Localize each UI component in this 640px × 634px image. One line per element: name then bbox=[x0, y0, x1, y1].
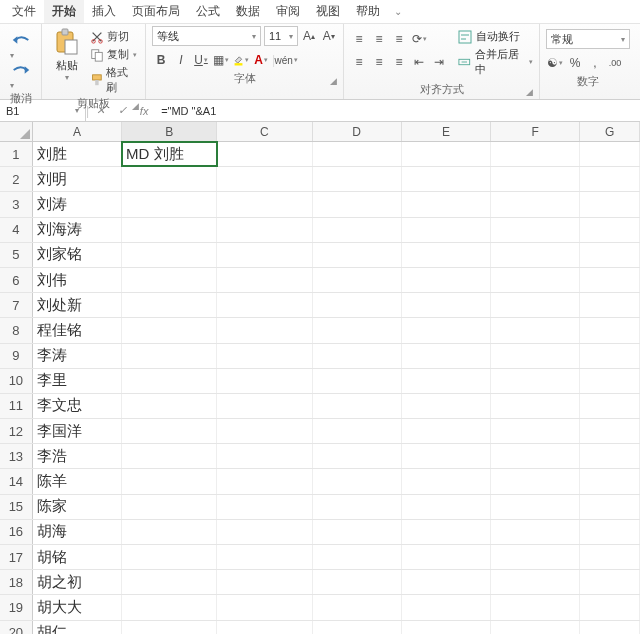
cell-G11[interactable] bbox=[580, 394, 640, 418]
cell-B4[interactable] bbox=[122, 218, 217, 242]
cell-G13[interactable] bbox=[580, 444, 640, 468]
row-header[interactable]: 11 bbox=[0, 394, 33, 418]
cell-A19[interactable]: 胡大大 bbox=[33, 595, 122, 619]
cell-F12[interactable] bbox=[491, 419, 580, 443]
row-header[interactable]: 3 bbox=[0, 192, 33, 216]
cell-F9[interactable] bbox=[491, 344, 580, 368]
cell-D3[interactable] bbox=[313, 192, 402, 216]
cell-E19[interactable] bbox=[402, 595, 491, 619]
cell-F16[interactable] bbox=[491, 520, 580, 544]
cell-B2[interactable] bbox=[122, 167, 217, 191]
cell-C14[interactable] bbox=[217, 469, 312, 493]
align-middle-button[interactable]: ≡ bbox=[370, 29, 388, 49]
row-header[interactable]: 1 bbox=[0, 142, 33, 166]
undo-button[interactable]: ▾ bbox=[10, 32, 32, 60]
col-header-F[interactable]: F bbox=[491, 122, 580, 141]
cell-G4[interactable] bbox=[580, 218, 640, 242]
cell-E13[interactable] bbox=[402, 444, 491, 468]
cell-A2[interactable]: 刘明 bbox=[33, 167, 122, 191]
cell-A14[interactable]: 陈羊 bbox=[33, 469, 122, 493]
cell-D4[interactable] bbox=[313, 218, 402, 242]
fill-color-button[interactable]: ▾ bbox=[232, 50, 250, 70]
cell-E4[interactable] bbox=[402, 218, 491, 242]
increase-decimal-button[interactable]: .00 bbox=[606, 53, 624, 73]
col-header-G[interactable]: G bbox=[580, 122, 640, 141]
cell-D2[interactable] bbox=[313, 167, 402, 191]
cell-B19[interactable] bbox=[122, 595, 217, 619]
cell-D12[interactable] bbox=[313, 419, 402, 443]
format-painter-button[interactable]: 格式刷 bbox=[90, 65, 139, 95]
cell-B1[interactable]: MD 刘胜 bbox=[122, 142, 217, 166]
align-right-button[interactable]: ≡ bbox=[390, 52, 408, 72]
cell-D16[interactable] bbox=[313, 520, 402, 544]
cell-F1[interactable] bbox=[491, 142, 580, 166]
row-header[interactable]: 20 bbox=[0, 621, 33, 634]
cell-G12[interactable] bbox=[580, 419, 640, 443]
menu-more-icon[interactable]: ⌄ bbox=[394, 6, 402, 17]
cell-A1[interactable]: 刘胜 bbox=[33, 142, 122, 166]
cell-D8[interactable] bbox=[313, 318, 402, 342]
border-button[interactable]: ▦▾ bbox=[212, 50, 230, 70]
cell-C1[interactable] bbox=[217, 142, 312, 166]
row-header[interactable]: 6 bbox=[0, 268, 33, 292]
cell-C16[interactable] bbox=[217, 520, 312, 544]
row-header[interactable]: 17 bbox=[0, 545, 33, 569]
cell-G3[interactable] bbox=[580, 192, 640, 216]
cell-E6[interactable] bbox=[402, 268, 491, 292]
cell-E8[interactable] bbox=[402, 318, 491, 342]
cell-C15[interactable] bbox=[217, 495, 312, 519]
row-header[interactable]: 15 bbox=[0, 495, 33, 519]
cell-B18[interactable] bbox=[122, 570, 217, 594]
cell-G6[interactable] bbox=[580, 268, 640, 292]
cut-button[interactable]: 剪切 bbox=[90, 29, 139, 44]
cell-A9[interactable]: 李涛 bbox=[33, 344, 122, 368]
cell-B17[interactable] bbox=[122, 545, 217, 569]
row-header[interactable]: 8 bbox=[0, 318, 33, 342]
wrap-text-button[interactable]: 自动换行 bbox=[458, 29, 533, 44]
cell-A6[interactable]: 刘伟 bbox=[33, 268, 122, 292]
cell-E20[interactable] bbox=[402, 621, 491, 634]
cell-E5[interactable] bbox=[402, 243, 491, 267]
bold-button[interactable]: B bbox=[152, 50, 170, 70]
cell-A10[interactable]: 李里 bbox=[33, 369, 122, 393]
cell-G1[interactable] bbox=[580, 142, 640, 166]
cell-B20[interactable] bbox=[122, 621, 217, 634]
cell-B12[interactable] bbox=[122, 419, 217, 443]
cell-G16[interactable] bbox=[580, 520, 640, 544]
cell-E17[interactable] bbox=[402, 545, 491, 569]
cell-D19[interactable] bbox=[313, 595, 402, 619]
cell-C6[interactable] bbox=[217, 268, 312, 292]
italic-button[interactable]: I bbox=[172, 50, 190, 70]
decrease-font-button[interactable]: A▾ bbox=[320, 26, 337, 46]
cell-D6[interactable] bbox=[313, 268, 402, 292]
cell-F5[interactable] bbox=[491, 243, 580, 267]
percent-button[interactable]: % bbox=[566, 53, 584, 73]
row-header[interactable]: 2 bbox=[0, 167, 33, 191]
cell-C9[interactable] bbox=[217, 344, 312, 368]
cell-E10[interactable] bbox=[402, 369, 491, 393]
cell-F7[interactable] bbox=[491, 293, 580, 317]
cell-D10[interactable] bbox=[313, 369, 402, 393]
merge-center-button[interactable]: 合并后居中▾ bbox=[458, 47, 533, 77]
cell-A18[interactable]: 胡之初 bbox=[33, 570, 122, 594]
comma-button[interactable]: , bbox=[586, 53, 604, 73]
menu-insert[interactable]: 插入 bbox=[84, 0, 124, 23]
cell-C12[interactable] bbox=[217, 419, 312, 443]
cell-F15[interactable] bbox=[491, 495, 580, 519]
row-header[interactable]: 5 bbox=[0, 243, 33, 267]
font-color-button[interactable]: A▾ bbox=[252, 50, 270, 70]
cell-F20[interactable] bbox=[491, 621, 580, 634]
orientation-button[interactable]: ⟳▾ bbox=[410, 29, 428, 49]
cell-F18[interactable] bbox=[491, 570, 580, 594]
number-format-combo[interactable]: 常规▾ bbox=[546, 29, 630, 49]
cell-B7[interactable] bbox=[122, 293, 217, 317]
cell-E11[interactable] bbox=[402, 394, 491, 418]
cell-E1[interactable] bbox=[402, 142, 491, 166]
cell-F10[interactable] bbox=[491, 369, 580, 393]
menu-help[interactable]: 帮助 bbox=[348, 0, 388, 23]
cell-C19[interactable] bbox=[217, 595, 312, 619]
cell-F17[interactable] bbox=[491, 545, 580, 569]
align-bottom-button[interactable]: ≡ bbox=[390, 29, 408, 49]
cell-D5[interactable] bbox=[313, 243, 402, 267]
cell-A3[interactable]: 刘涛 bbox=[33, 192, 122, 216]
